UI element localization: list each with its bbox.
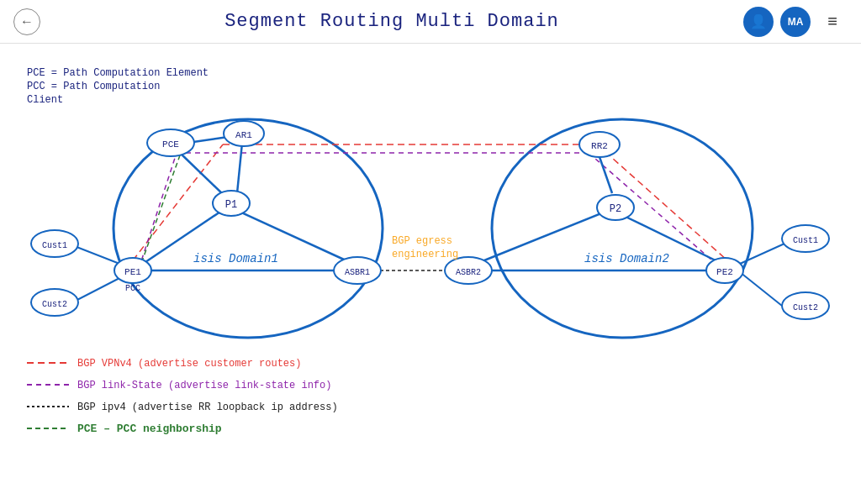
- pce-definition: PCE = Path Computation Element: [27, 67, 209, 79]
- link-cust1r-pe2: [740, 244, 784, 264]
- header-actions: 👤 MA ≡: [743, 7, 848, 37]
- person-icon: 👤: [750, 13, 767, 29]
- link-cust2r-pe2: [740, 272, 782, 306]
- link-ar1-p1: [237, 143, 242, 193]
- back-icon: ←: [20, 14, 34, 29]
- legend-bgp-vpnv4-text: BGP VPNv4 (advertise customer routes): [77, 358, 301, 370]
- node-pe1-label: PE1: [124, 267, 141, 277]
- hamburger-icon: ≡: [827, 12, 837, 31]
- bgp-egress-label: BGP egress: [392, 235, 452, 247]
- menu-button[interactable]: ≡: [817, 7, 848, 37]
- node-pe2-label: PE2: [716, 267, 733, 277]
- diagram-svg: PCE = Path Computation Element PCC = Pat…: [0, 44, 861, 504]
- node-pce-label: PCE: [162, 139, 179, 150]
- legend-bgp-ipv4-text: BGP ipv4 (advertise RR loopback ip addre…: [77, 402, 338, 413]
- node-asbr2-label: ASBR2: [456, 268, 481, 277]
- node-p2-label: P2: [610, 203, 621, 215]
- node-cust2-right-label: Cust2: [793, 303, 818, 312]
- node-ar1-label: AR1: [235, 130, 252, 140]
- node-cust1-right-label: Cust1: [793, 236, 818, 245]
- page-title: Segment Routing Multi Domain: [40, 11, 743, 32]
- user-avatar-icon[interactable]: 👤: [743, 7, 774, 37]
- isis-domain1-label: isis Domain1: [193, 252, 278, 265]
- pcc-definition-1: PCC = Path Computation: [27, 81, 160, 92]
- user-avatar-ma[interactable]: MA: [780, 7, 811, 37]
- node-cust1-left-label: Cust1: [42, 241, 67, 250]
- legend-pce-pcc-text: PCE – PCC neighborship: [77, 423, 222, 435]
- isis-domain2-label: isis Domain2: [584, 252, 669, 265]
- pcc-definition-2: Client: [27, 94, 63, 106]
- node-p1-label: P1: [225, 199, 237, 211]
- domain2-boundary: [492, 119, 753, 338]
- avatar-initials: MA: [788, 16, 804, 28]
- bgp-vpnv4-line-1: [133, 144, 223, 260]
- app-header: ← Segment Routing Multi Domain 👤 MA ≡: [0, 0, 861, 44]
- link-rr2-p2: [599, 155, 612, 193]
- main-canvas: PCE = Path Computation Element PCC = Pat…: [0, 44, 861, 504]
- bgp-egress-label2: engineering: [392, 249, 458, 260]
- node-pe1-pcc: PCC: [125, 284, 140, 293]
- legend-bgp-ls-text: BGP link-State (advertise link-state inf…: [77, 380, 331, 391]
- back-button[interactable]: ←: [13, 8, 40, 35]
- bgp-ls-line-1: [139, 153, 177, 269]
- node-asbr1-label: ASBR1: [345, 268, 370, 277]
- node-cust2-left-label: Cust2: [42, 300, 67, 309]
- node-rr2-label: RR2: [591, 141, 608, 151]
